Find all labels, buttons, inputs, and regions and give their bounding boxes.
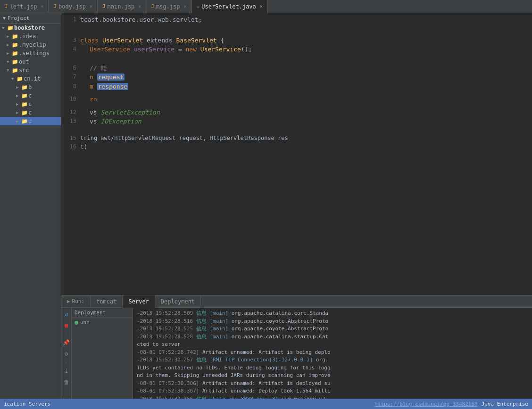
tree-label: c [28,109,32,116]
code-line: 15 tring awt/HttpServletRequest request,… [65,134,528,142]
status-right: Java Enterprise [482,401,528,407]
project-icon: ▼ [3,16,6,21]
status-url[interactable]: https://blog.csdn.net/qq_33482160 [374,401,478,407]
run-tab-server[interactable]: Server [123,295,155,308]
close-icon[interactable]: × [138,4,141,9]
tree-label: c [28,92,32,99]
tab-label: msg.jsp [156,3,180,10]
tab-label: Server [128,298,149,305]
code-line: 6 // 能 [65,64,528,73]
expand-arrow: ▼ [7,68,11,73]
clear-icon[interactable]: 🗑 [62,377,71,387]
log-line: TLDs yet contained no TLDs. Enable debug… [137,364,528,372]
log-line: -08-01 07:52:30,307] Artifact unnamed: D… [137,387,528,395]
expand-arrow: ▶ [16,110,21,115]
expand-arrow: ▶ [16,119,21,123]
tree-u[interactable]: ▶ 📁 u [0,117,61,125]
run-panel-left-icons: ↺ ■ 📌 ⚙ ⤓ 🗑 [61,308,72,399]
run-tab-deployment[interactable]: Deployment [155,295,201,308]
tab-label: body.jsp [58,3,86,10]
jsp-icon: J [151,3,154,9]
run-tab-run[interactable]: ▶ Run: [61,295,91,308]
tree-label: .settings [19,50,50,57]
log-line: -08-01 07:52:28,742] Artifact unnamed: A… [137,349,528,357]
tab-main-jsp[interactable]: J main.jsp × [98,0,146,13]
log-line: -2018 19:52:28.525 信息 [main] org.apache.… [137,325,528,333]
jsp-icon: J [5,3,8,9]
close-icon[interactable]: × [184,4,187,9]
tree-label: b [28,84,32,90]
java-icon: ☕ [197,3,200,9]
log-line: -2018 19:52:28.528 信息 [main] org.apache.… [137,333,528,341]
expand-arrow: ▶ [7,42,11,47]
tree-label: bookstore [14,25,45,31]
run-panel: ▶ Run: tomcat Server Deployment ↺ ■ [61,295,532,399]
tree-c1[interactable]: ▶ 📁 c [0,91,61,100]
expand-arrow: ▶ [7,51,11,56]
folder-icon: 📁 [21,101,28,107]
tree-b[interactable]: ▶ 📁 b [0,83,61,91]
tab-body-jsp[interactable]: J body.jsp × [49,0,97,13]
tree-out[interactable]: ▼ 📁 out [0,57,61,66]
tree-c3[interactable]: ▶ 📁 c [0,108,61,117]
tree-idea[interactable]: ▶ 📁 .idea [0,32,61,41]
tree-bookstore[interactable]: ▼ 📁 bookstore [0,24,61,32]
deployment-item-label: unn [80,319,90,326]
status-dot [75,321,78,325]
folder-icon: 📁 [21,118,28,124]
status-link[interactable]: https://blog.csdn.net/qq_33482160 [374,401,478,407]
status-bar: ication Servers https://blog.csdn.net/qq… [0,399,532,409]
folder-icon: 📁 [21,109,28,116]
tree-label: src [19,67,29,74]
folder-icon: 📁 [7,25,14,31]
tab-left-jsp[interactable]: J left.jsp × [0,0,49,13]
code-line: 12 vs ServletException [65,108,528,117]
tree-label: .myeclip [19,41,46,48]
tab-label: Run: [72,298,85,304]
code-line: 16 t) [65,142,528,152]
expand-arrow: ▼ [11,76,16,81]
run-log: -2018 19:52:28.509 信息 [main] org.apache.… [133,308,532,399]
tree-cn-it[interactable]: ▼ 📁 cn.it [0,74,61,83]
run-tabs: ▶ Run: tomcat Server Deployment [61,295,532,308]
log-line: -2018 19:52:32.366 信息 [http-apr-8080-exe… [137,395,528,399]
tab-msg-jsp[interactable]: J msg.jsp × [146,0,191,13]
tree-myeclip[interactable]: ▶ 📁 .myeclip [0,41,61,49]
status-left: ication Servers [4,401,50,407]
close-icon[interactable]: × [41,4,43,9]
code-line: 1 tcast.bookstore.user.web.servlet; [65,15,528,25]
code-content: 1 tcast.bookstore.user.web.servlet; 3 cl… [61,13,532,295]
deployment-item[interactable]: unn [72,318,133,327]
tree-label: c [28,101,32,107]
tab-label: main.jsp [108,3,135,10]
jsp-icon: J [102,3,106,9]
code-line: 3 class UserServlet extends BaseServlet … [65,36,528,45]
pin-icon[interactable]: 📌 [62,338,71,347]
settings-icon[interactable]: ⚙ [62,349,71,359]
code-line: 7 n request [65,73,528,82]
tree-settings[interactable]: ▶ 📁 .settings [0,49,61,57]
stop-icon[interactable]: ■ [62,321,71,330]
close-icon[interactable]: × [260,4,263,9]
project-sidebar: ▼ Project ▼ 📁 bookstore ▶ 📁 .idea ▶ 📁 .m… [0,13,61,399]
jsp-icon: J [53,3,57,9]
scroll-to-end-icon[interactable]: ⤓ [62,366,71,376]
log-line: -08-01 07:52:30,306] Artifact unnamed: A… [137,380,528,388]
tree-c2[interactable]: ▶ 📁 c [0,100,61,108]
run-tab-tomcat[interactable]: tomcat [91,295,123,308]
tree-src[interactable]: ▼ 📁 src [0,66,61,74]
restart-icon[interactable]: ↺ [62,310,71,319]
close-icon[interactable]: × [90,4,92,9]
folder-icon: 📁 [21,84,28,90]
run-icon: ▶ [67,298,70,304]
folder-icon: 📁 [11,67,19,74]
deployment-panel: Deployment unn [72,308,133,399]
folder-icon: 📁 [11,58,19,65]
tab-userservlet-java[interactable]: ☕ UserServlet.java × [192,0,268,13]
tab-label: Deployment [161,298,195,305]
deployment-header: Deployment [72,308,133,318]
log-line: -2018 19:52:28.516 信息 [main] org.apache.… [137,318,528,326]
expand-arrow: ▶ [7,34,11,39]
code-line: 10 rn [65,95,528,104]
code-line: 13 vs IOException [65,117,528,126]
